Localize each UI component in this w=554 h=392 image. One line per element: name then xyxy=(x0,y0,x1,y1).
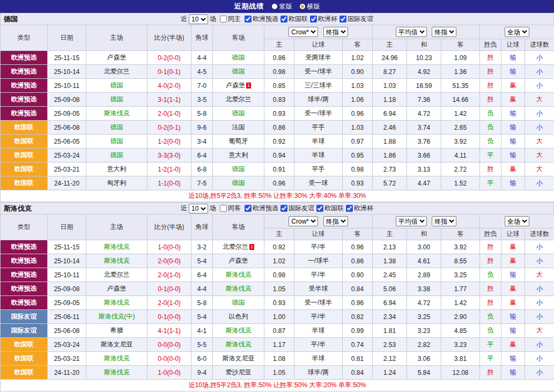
match-date: 24-11-20 xyxy=(48,176,86,190)
avg-draw-odds: 5.84 xyxy=(407,366,441,380)
red-card-badge: 1 xyxy=(249,244,254,250)
corners: 6-4 xyxy=(191,149,213,162)
competition-checkbox[interactable] xyxy=(339,16,346,23)
avg-away-odds: 3.92 xyxy=(441,240,480,254)
home-team: 斯洛伐克 xyxy=(86,254,147,268)
competition-badge: 欧洲预选 xyxy=(1,254,48,268)
radio-horizontal-layout[interactable]: 横版 xyxy=(300,2,320,11)
matches-table: 类型 日期 主场 比分(半场) 角球 客场 Crow* 终指 平均值 终指 xyxy=(0,214,554,391)
average-source-select[interactable]: 平均值 xyxy=(396,27,427,37)
avg-away-odds: 2.90 xyxy=(441,310,480,324)
match-date: 25-09-08 xyxy=(48,93,86,107)
competition-filters: 欧洲预选国际友谊欧国联欧洲杯 xyxy=(242,204,373,213)
odds-stage-select[interactable]: 终指 xyxy=(323,216,348,226)
same-venue-checkbox[interactable] xyxy=(220,205,227,212)
filter-bar: 近 10 场 同主 欧洲预选欧国联欧洲杯国际友谊 xyxy=(181,14,373,24)
competition-filter[interactable]: 欧洲杯 xyxy=(344,204,373,213)
score: 1-0(0-0) xyxy=(147,366,191,380)
competition-checkbox[interactable] xyxy=(280,16,287,23)
recent-count-select[interactable]: 10 xyxy=(189,14,208,24)
competition-checkbox[interactable] xyxy=(310,16,317,23)
away-team: 斯洛伐克 xyxy=(213,268,264,282)
odds-away: 0.90 xyxy=(343,65,373,79)
avg-draw-odds: 3.25 xyxy=(407,310,441,324)
goals-over-under: 小 xyxy=(525,107,554,121)
away-team: 德国 xyxy=(213,65,264,79)
match-date: 25-06-11 xyxy=(48,310,86,324)
avg-away-odds: 14.66 xyxy=(441,93,480,107)
radio-icon[interactable] xyxy=(300,4,305,9)
handicap-result: 输 xyxy=(501,51,525,65)
home-team: 意大利 xyxy=(86,162,147,176)
competition-filter[interactable]: 欧国联 xyxy=(278,14,308,24)
match-row: 欧国联 25-03-24 斯洛文尼亚 0-0(0-0) 5-5 斯洛伐克 1.1… xyxy=(1,338,554,352)
competition-label: 欧洲杯 xyxy=(318,14,337,24)
same-venue-filter[interactable]: 同主 xyxy=(218,14,241,24)
matches-table: 类型 日期 主场 比分(半场) 角球 客场 Crow* 终指 平均值 终指 xyxy=(0,25,554,202)
recent-count-select[interactable]: 10 xyxy=(189,204,208,213)
avg-draw-odds: 4.61 xyxy=(407,254,441,268)
match-date: 25-10-11 xyxy=(48,79,86,93)
handicap-line: 半球 xyxy=(294,352,343,366)
competition-checkbox[interactable] xyxy=(245,205,252,212)
match-row: 欧国联 25-03-21 斯洛伐克 0-0(0-0) 6-0 斯洛文尼亚 1.0… xyxy=(1,352,554,366)
sub-handicap-header: 让球 xyxy=(294,228,343,240)
average-stage-select[interactable]: 终指 xyxy=(432,216,456,226)
handicap-line: 球半/两 xyxy=(294,93,343,107)
match-date: 25-03-24 xyxy=(48,149,86,162)
score: 1-2(1-0) xyxy=(147,162,191,176)
odds-away: 0.96 xyxy=(343,107,373,121)
odds-company-select[interactable]: Crow* xyxy=(289,216,318,226)
competition-filter[interactable]: 欧洲预选 xyxy=(242,204,278,213)
match-date: 25-10-11 xyxy=(48,268,86,282)
home-team: 德国 xyxy=(86,93,147,107)
odds-home: 0.87 xyxy=(264,324,294,338)
odds-away: 1.03 xyxy=(343,121,373,135)
same-venue-checkbox[interactable] xyxy=(220,16,227,23)
odds-away: 0.93 xyxy=(343,176,373,190)
competition-checkbox[interactable] xyxy=(316,205,323,212)
avg-draw-odds: 4.92 xyxy=(407,65,441,79)
competition-filter[interactable]: 国际友谊 xyxy=(337,14,373,24)
radio-icon[interactable] xyxy=(272,4,277,9)
competition-filter[interactable]: 欧洲杯 xyxy=(308,14,337,24)
radio-vertical-layout[interactable]: 竖版 xyxy=(272,2,292,11)
home-team: 德国 xyxy=(86,121,147,135)
odds-stage-select[interactable]: 终指 xyxy=(323,27,348,37)
handicap-line: 平/半 xyxy=(294,268,343,282)
match-row: 欧国联 24-11-20 斯洛伐克 1-0(0-0) 9-4 爱沙尼亚 1.05… xyxy=(1,366,554,380)
competition-checkbox[interactable] xyxy=(245,16,252,23)
score: 0-2(0-0) xyxy=(147,51,191,65)
win-loss-result: 胜 xyxy=(480,240,501,254)
competition-label: 欧国联 xyxy=(289,14,308,24)
avg-draw-odds: 3.23 xyxy=(407,324,441,338)
home-team: 斯洛伐克(中) xyxy=(86,310,147,324)
away-team: 法国 xyxy=(213,121,264,135)
average-source-select[interactable]: 平均值 xyxy=(396,216,427,226)
avg-home-odds: 6.94 xyxy=(373,296,407,310)
odds-home: 1.02 xyxy=(264,254,294,268)
competition-badge: 欧洲预选 xyxy=(1,268,48,282)
competition-checkbox[interactable] xyxy=(280,205,287,212)
match-date: 25-11-15 xyxy=(48,51,86,65)
col-type-header: 类型 xyxy=(1,215,48,240)
handicap-line: 三/三球半 xyxy=(294,79,343,93)
average-stage-select[interactable]: 终指 xyxy=(432,27,456,37)
same-venue-filter[interactable]: 同客 xyxy=(218,204,241,213)
competition-checkbox[interactable] xyxy=(346,205,353,212)
competition-filter[interactable]: 国际友谊 xyxy=(278,204,314,213)
handicap-line: 受一/球半 xyxy=(294,107,343,121)
odds-away: 0.99 xyxy=(343,324,373,338)
competition-filter[interactable]: 欧国联 xyxy=(314,204,344,213)
scope-select[interactable]: 全场 xyxy=(505,216,529,226)
odds-company-select[interactable]: Crow* xyxy=(289,27,318,37)
goals-over-under: 小 xyxy=(525,366,554,380)
scope-select[interactable]: 全场 xyxy=(505,27,529,37)
away-team: 爱沙尼亚 xyxy=(213,366,264,380)
corners: 5-8 xyxy=(191,296,213,310)
competition-filter[interactable]: 欧洲预选 xyxy=(242,14,278,24)
home-team: 斯洛伐克 xyxy=(86,366,147,380)
col-home-header: 主场 xyxy=(86,215,147,240)
avg-draw-odds: 3.66 xyxy=(407,149,441,162)
competition-badge: 欧国联 xyxy=(1,176,48,190)
